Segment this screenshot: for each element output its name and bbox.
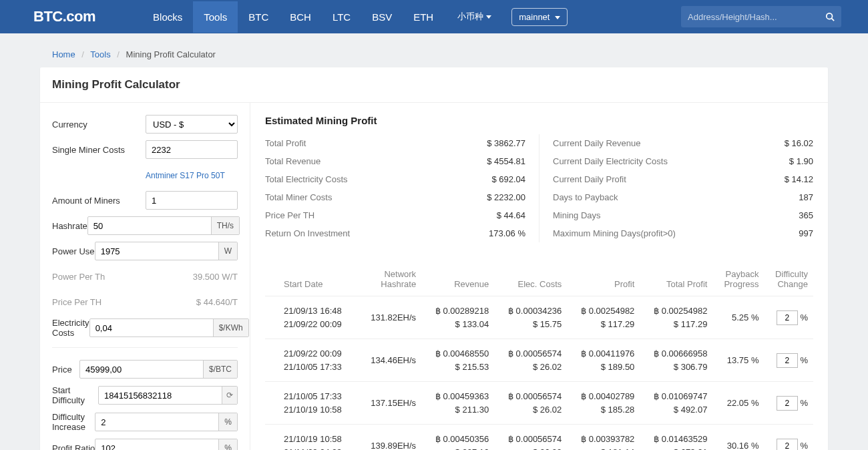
crumb-sep: / <box>81 49 84 59</box>
estimated-value: $ 692.04 <box>491 174 525 184</box>
cell-diff-change: % <box>764 425 813 451</box>
search-wrap <box>681 6 841 27</box>
estimated-label: Total Electricity Costs <box>265 174 348 184</box>
currency-select[interactable]: USD - $ <box>146 115 238 134</box>
difficulty-change-input[interactable] <box>777 396 798 411</box>
crumb-tools[interactable]: Tools <box>90 49 110 59</box>
difficulty-change-input[interactable] <box>777 439 798 451</box>
nav-item-tools[interactable]: Tools <box>193 1 238 33</box>
estimated-label: Mining Days <box>553 210 601 220</box>
label-amount-miners: Amount of Miners <box>52 196 146 206</box>
profit-ratio-input[interactable] <box>95 439 218 450</box>
search-input[interactable] <box>688 12 825 22</box>
cell-profit: ฿ 0.00254982$ 117.29 <box>567 296 640 339</box>
miner-model-link[interactable]: Antminer S17 Pro 50T <box>146 171 225 180</box>
unit-pct: % <box>218 413 237 431</box>
cell-hashrate: 139.89EH/s <box>358 425 421 451</box>
cell-date: 21/09/22 00:0921/10/05 17:33 <box>265 339 358 382</box>
difficulty-increase-input[interactable] <box>95 413 218 431</box>
cell-total-profit: ฿ 0.01069747$ 492.07 <box>640 382 712 425</box>
cell-revenue: ฿ 0.00459363$ 211.30 <box>421 382 494 425</box>
cell-total-profit: ฿ 0.00254982$ 117.29 <box>640 296 712 339</box>
price-input[interactable] <box>80 361 203 378</box>
estimated-row: Total Profit$ 3862.77 <box>265 134 525 152</box>
breadcrumb: Home / Tools / Mining Profit Calculator <box>40 33 828 67</box>
nav-small-coins[interactable]: 小币种 <box>451 1 498 33</box>
unit-btc: $/BTC <box>203 361 237 378</box>
cell-total-profit: ฿ 0.01463529$ 673.21 <box>640 425 712 451</box>
svg-point-0 <box>827 13 833 19</box>
amount-miners-input[interactable] <box>146 191 238 210</box>
estimated-value: $ 1.90 <box>789 156 813 166</box>
form-panel: Currency USD - $ Single Miner Costs Antm… <box>40 103 250 450</box>
estimated-label: Total Miner Costs <box>265 192 332 202</box>
logo[interactable]: BTC.com <box>33 8 95 25</box>
cell-diff-change: % <box>764 382 813 425</box>
cell-revenue: ฿ 0.00289218$ 133.04 <box>421 296 494 339</box>
estimated-label: Current Daily Profit <box>553 174 626 184</box>
caret-down-icon <box>486 15 491 19</box>
label-start-difficulty: Start Difficulty <box>52 385 98 405</box>
cell-payback: 22.05 % <box>712 382 764 425</box>
results-panel: Estimated Mining Profit Total Profit$ 38… <box>250 103 828 450</box>
crumb-home[interactable]: Home <box>52 49 75 59</box>
cell-payback: 13.75 % <box>712 339 764 382</box>
unit-kwh: $/KWh <box>213 319 248 336</box>
start-difficulty-input[interactable] <box>99 387 222 404</box>
unit-ths: TH/s <box>211 217 239 234</box>
estimated-row: Mining Days365 <box>553 206 813 224</box>
nav-item-bch[interactable]: BCH <box>279 1 322 33</box>
cell-payback: 5.25 % <box>712 296 764 339</box>
difficulty-change-input[interactable] <box>777 310 798 325</box>
difficulty-change-input[interactable] <box>777 353 798 368</box>
nav-item-btc[interactable]: BTC <box>238 1 279 33</box>
crumb-current: Mining Profit Calculator <box>126 49 216 59</box>
label-price-per-th: Price Per TH <box>52 297 146 307</box>
nav-item-ltc[interactable]: LTC <box>322 1 361 33</box>
estimated-value: $ 3862.77 <box>487 138 525 148</box>
estimated-value: $ 2232.00 <box>487 192 525 202</box>
cell-hashrate: 137.15EH/s <box>358 382 421 425</box>
estimated-row: Total Miner Costs$ 2232.00 <box>265 188 525 206</box>
estimated-row: Total Electricity Costs$ 692.04 <box>265 170 525 188</box>
estimated-value: 365 <box>799 210 813 220</box>
network-select[interactable]: mainnet <box>511 8 568 26</box>
table-row: 21/10/19 10:5821/11/02 04:23139.89EH/s฿ … <box>265 425 813 451</box>
refresh-icon[interactable]: ⟳ <box>222 387 237 404</box>
search-icon[interactable] <box>825 12 835 21</box>
cell-profit: ฿ 0.00411976$ 189.50 <box>567 339 640 382</box>
table-row: 21/09/22 00:0921/10/05 17:33134.46EH/s฿ … <box>265 339 813 382</box>
estimated-label: Current Daily Revenue <box>553 138 641 148</box>
label-difficulty-increase: Difficulty Increase <box>52 412 95 432</box>
hashrate-input[interactable] <box>88 217 211 234</box>
power-use-input[interactable] <box>95 242 218 260</box>
estimated-value: $ 16.02 <box>785 138 813 148</box>
label-price: Price <box>52 365 79 375</box>
estimated-row: Return On Investment173.06 % <box>265 224 525 242</box>
col-header: Elec. Costs <box>494 262 567 296</box>
main-card: Mining Profit Calculator Currency USD - … <box>40 67 828 450</box>
cell-date: 21/10/19 10:5821/11/02 04:23 <box>265 425 358 451</box>
nav-small-coins-label: 小币种 <box>457 11 483 21</box>
label-currency: Currency <box>52 120 146 130</box>
nav-item-eth[interactable]: ETH <box>403 1 444 33</box>
cell-date: 21/09/13 16:4821/09/22 00:09 <box>265 296 358 339</box>
cell-profit: ฿ 0.00402789$ 185.28 <box>567 382 640 425</box>
estimated-label: Days to Payback <box>553 192 618 202</box>
estimated-value: 997 <box>799 228 813 238</box>
estimated-value: $ 14.12 <box>785 174 813 184</box>
network-label: mainnet <box>519 12 550 22</box>
nav-item-blocks[interactable]: Blocks <box>142 1 193 33</box>
single-miner-costs-input[interactable] <box>146 140 238 159</box>
col-header: DifficultyChange <box>764 262 813 296</box>
electricity-costs-input[interactable] <box>90 319 213 336</box>
estimated-label: Price Per TH <box>265 210 314 220</box>
svg-line-1 <box>832 19 835 21</box>
estimated-label: Maximum Mining Days(profit>0) <box>553 228 676 238</box>
nav-item-bsv[interactable]: BSV <box>361 1 403 33</box>
unit-w: W <box>218 242 237 260</box>
label-hashrate: Hashrate <box>52 221 87 231</box>
cell-diff-change: % <box>764 296 813 339</box>
label-electricity-costs: Electricity Costs <box>52 318 89 338</box>
col-header: Start Date <box>265 262 358 296</box>
